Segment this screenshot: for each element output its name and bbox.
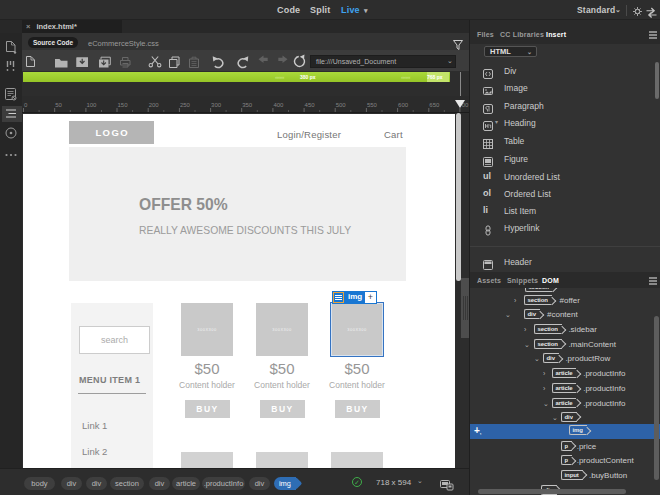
svg-text:100: 100 <box>86 102 97 108</box>
svg-text:0: 0 <box>24 102 28 108</box>
svg-text:550: 550 <box>367 102 378 108</box>
svg-text:250: 250 <box>180 102 191 108</box>
svg-text:200: 200 <box>149 102 160 108</box>
svg-text:500: 500 <box>336 102 347 108</box>
svg-text:50: 50 <box>55 102 62 108</box>
svg-text:600: 600 <box>398 102 409 108</box>
svg-text:400: 400 <box>273 102 284 108</box>
svg-text:300: 300 <box>211 102 222 108</box>
svg-text:150: 150 <box>118 102 129 108</box>
svg-text:650: 650 <box>429 102 440 108</box>
svg-text:350: 350 <box>242 102 253 108</box>
svg-text:450: 450 <box>305 102 316 108</box>
